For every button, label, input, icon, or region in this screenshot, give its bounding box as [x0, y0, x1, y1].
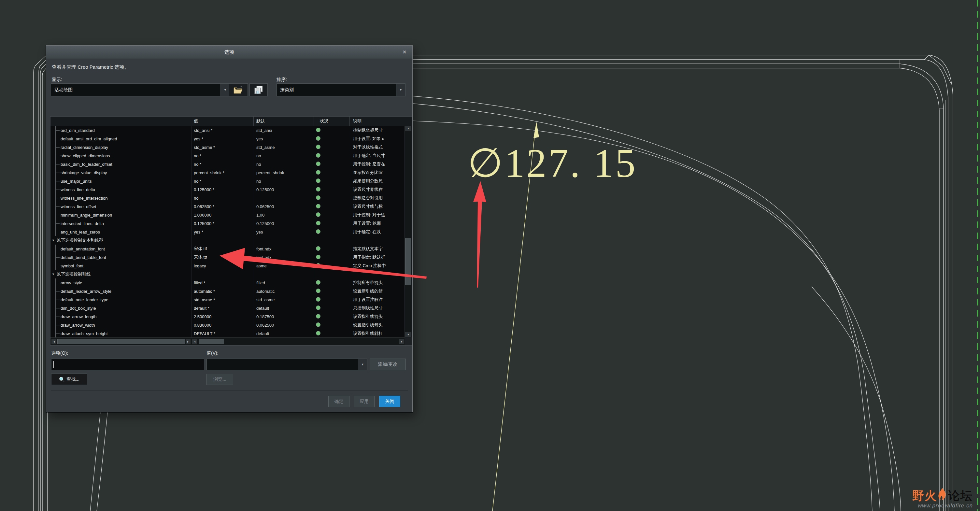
option-value-cell[interactable]: default *: [191, 306, 254, 311]
find-button[interactable]: 查找...: [51, 374, 87, 385]
column-header-description[interactable]: 说明: [350, 116, 405, 126]
dialog-titlebar[interactable]: 选项 ✕: [46, 46, 412, 59]
option-name-cell[interactable]: ▼ radial_dimension_display: [51, 143, 191, 151]
table-row[interactable]: ▼ minimum_angle_dimension 1.000000 1.00 …: [51, 211, 412, 219]
option-name-cell[interactable]: ▼ default_ansi_ord_dim_aligned: [51, 135, 191, 143]
table-row[interactable]: ▼ witness_line_offset 0.062500 * 0.06250…: [51, 202, 412, 211]
table-horizontal-scrollbars[interactable]: ◄ ► ◄ ►: [51, 337, 405, 345]
option-name-cell[interactable]: ▼ use_major_units: [51, 177, 191, 185]
option-value-cell[interactable]: no: [191, 196, 254, 201]
table-row[interactable]: ▼ show_clipped_dimensions no * no 用于确定: …: [51, 151, 412, 160]
table-row[interactable]: ▼ 以下选项控制引线: [51, 270, 412, 279]
option-value-cell[interactable]: no *: [191, 162, 254, 167]
tree-collapse-icon[interactable]: ▼: [52, 239, 55, 242]
vertical-scrollbar-thumb[interactable]: [405, 238, 411, 285]
table-row[interactable]: ▼ witness_line_delta 0.125000 * 0.125000…: [51, 185, 412, 194]
table-row[interactable]: ▼ use_major_units no * no 如果使用分数尺: [51, 177, 412, 185]
option-name-cell[interactable]: ▼ symbol_font: [51, 261, 191, 270]
option-value-cell[interactable]: yes *: [191, 229, 254, 234]
table-row[interactable]: ▼ basic_dim_to_leader_offset no * no 用于控…: [51, 160, 412, 169]
option-name-cell[interactable]: ▼ 以下选项控制引线: [51, 270, 191, 279]
table-row[interactable]: ▼ arrow_style filled * filled 控制所有带箭头: [51, 279, 412, 287]
option-name-cell[interactable]: ▼ minimum_angle_dimension: [51, 211, 191, 219]
option-value-cell[interactable]: 0.830000: [191, 323, 254, 328]
table-row[interactable]: ▼ shrinkage_value_display percent_shrink…: [51, 169, 412, 177]
table-row[interactable]: ▼ symbol_font legacy asme 定义 Creo 注释中: [51, 261, 412, 270]
option-value-cell[interactable]: no *: [191, 153, 254, 158]
value-combobox[interactable]: ▼: [207, 358, 368, 370]
table-row[interactable]: ▼ default_note_leader_type std_asme * st…: [51, 295, 412, 304]
option-value-cell[interactable]: 0.125000 *: [191, 187, 254, 192]
option-value-cell[interactable]: 2.500000: [191, 314, 254, 319]
table-row[interactable]: ▼ draw_attach_sym_height DEFAULT * defau…: [51, 329, 412, 338]
column-header-default[interactable]: 默认: [254, 116, 314, 126]
option-value-cell[interactable]: filled *: [191, 280, 254, 285]
table-row[interactable]: ▼ default_leader_arrow_style automatic *…: [51, 287, 412, 295]
option-name-cell[interactable]: ▼ default_leader_arrow_style: [51, 287, 191, 295]
show-combobox[interactable]: 活动绘图 ▼: [51, 83, 230, 96]
option-value-cell[interactable]: legacy: [191, 263, 254, 268]
browse-button[interactable]: 浏览...: [207, 374, 233, 385]
table-row[interactable]: ▼ dim_dot_box_style default * default 只控…: [51, 304, 412, 312]
option-name-cell[interactable]: ▼ witness_line_offset: [51, 202, 191, 211]
table-row[interactable]: ▼ intersected_lines_delta 0.125000 * 0.1…: [51, 219, 412, 228]
option-name-cell[interactable]: ▼ ang_unit_lead_zeros: [51, 228, 191, 236]
option-name-cell[interactable]: ▼ witness_line_delta: [51, 185, 191, 194]
option-name-cell[interactable]: ▼ default_note_leader_type: [51, 295, 191, 304]
option-input[interactable]: [51, 358, 204, 370]
scroll-down-icon[interactable]: ▼: [405, 332, 412, 337]
table-row[interactable]: ▼ radial_dimension_display std_asme * st…: [51, 143, 412, 151]
scroll-right-icon[interactable]: ►: [185, 339, 191, 345]
option-value-cell[interactable]: DEFAULT *: [191, 331, 254, 336]
table-row[interactable]: ▼ draw_arrow_width 0.830000 0.062500 设置指…: [51, 321, 412, 329]
table-row[interactable]: ▼ default_annotation_font 宋体.ttf font.nd…: [51, 245, 412, 253]
option-name-cell[interactable]: ▼ draw_arrow_length: [51, 312, 191, 321]
ok-button[interactable]: 确定: [328, 396, 350, 407]
option-name-cell[interactable]: ▼ draw_arrow_width: [51, 321, 191, 329]
table-row[interactable]: ▼ ord_dim_standard std_ansi * std_ansi 控…: [51, 126, 412, 135]
chevron-down-icon[interactable]: ▼: [358, 359, 367, 370]
add-change-button[interactable]: 添加/更改: [370, 358, 406, 370]
option-name-cell[interactable]: ▼ ord_dim_standard: [51, 126, 191, 135]
apply-button[interactable]: 应用: [354, 396, 375, 407]
option-name-cell[interactable]: ▼ 以下选项控制文本和线型: [51, 236, 191, 245]
option-name-cell[interactable]: ▼ draw_attach_sym_height: [51, 329, 191, 338]
tree-collapse-icon[interactable]: ▼: [52, 272, 55, 276]
close-icon[interactable]: ✕: [401, 48, 409, 56]
option-value-cell[interactable]: 1.000000: [191, 213, 254, 218]
scroll-right-icon[interactable]: ►: [399, 339, 404, 345]
option-name-cell[interactable]: ▼ intersected_lines_delta: [51, 219, 191, 228]
option-value-cell[interactable]: yes *: [191, 137, 254, 141]
option-value-cell[interactable]: 0.125000 *: [191, 221, 254, 226]
option-name-cell[interactable]: ▼ basic_dim_to_leader_offset: [51, 160, 191, 169]
option-name-cell[interactable]: ▼ witness_line_intersection: [51, 194, 191, 202]
option-value-cell[interactable]: std_asme *: [191, 297, 254, 302]
option-name-cell[interactable]: ▼ shrinkage_value_display: [51, 169, 191, 177]
chevron-down-icon[interactable]: ▼: [396, 84, 405, 96]
save-config-button[interactable]: [250, 83, 268, 96]
table-vertical-scrollbar[interactable]: ▲ ▼: [404, 126, 412, 337]
table-row[interactable]: ▼ default_ansi_ord_dim_aligned yes * yes…: [51, 135, 412, 143]
table-row[interactable]: ▼ witness_line_intersection no 控制是否对引用: [51, 194, 412, 202]
table-row[interactable]: ▼ default_bend_table_font 宋体.ttf font.nd…: [51, 253, 412, 261]
option-value-cell[interactable]: std_asme *: [191, 145, 254, 150]
option-name-cell[interactable]: ▼ default_bend_table_font: [51, 253, 191, 261]
horizontal-scrollbar-thumb[interactable]: [57, 339, 185, 344]
table-row[interactable]: ▼ ang_unit_lead_zeros yes * yes 用于确定: 在以: [51, 228, 412, 236]
column-header-status[interactable]: 状况: [314, 116, 350, 126]
option-name-cell[interactable]: ▼ show_clipped_dimensions: [51, 151, 191, 160]
option-value-cell[interactable]: 0.062500 *: [191, 204, 254, 209]
column-header-value[interactable]: 值: [191, 116, 254, 126]
scroll-left-icon[interactable]: ◄: [192, 339, 197, 345]
option-name-cell[interactable]: ▼ arrow_style: [51, 279, 191, 287]
option-value-cell[interactable]: percent_shrink *: [191, 170, 254, 175]
chevron-down-icon[interactable]: ▼: [221, 84, 230, 96]
table-row[interactable]: ▼ 以下选项控制文本和线型: [51, 236, 412, 245]
option-value-cell[interactable]: std_ansi *: [191, 128, 254, 133]
option-value-cell[interactable]: no *: [191, 179, 254, 184]
sort-combobox[interactable]: 按类别 ▼: [277, 83, 406, 96]
option-value-cell[interactable]: 宋体.ttf: [191, 255, 254, 260]
scroll-up-icon[interactable]: ▲: [405, 126, 412, 131]
close-button[interactable]: 关闭: [379, 396, 400, 407]
option-name-cell[interactable]: ▼ dim_dot_box_style: [51, 304, 191, 312]
